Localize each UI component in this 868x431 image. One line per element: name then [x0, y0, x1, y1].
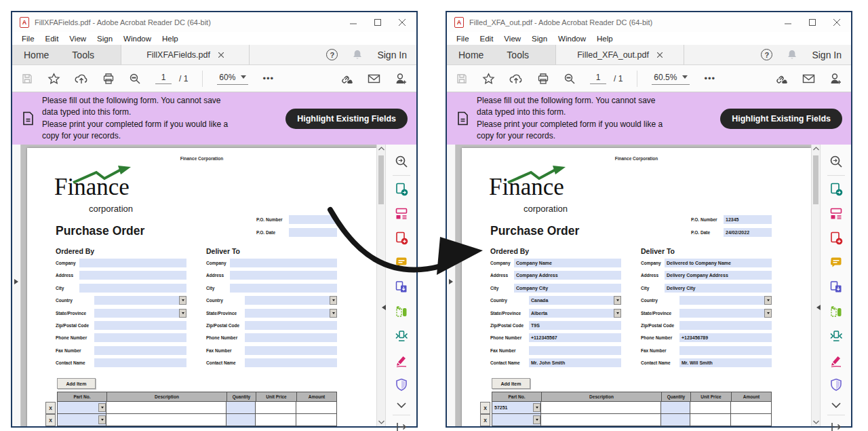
- maximize-icon[interactable]: [374, 19, 381, 26]
- find-icon[interactable]: [129, 73, 141, 85]
- delete-row-button[interactable]: X: [480, 414, 490, 426]
- dropdown-arrow-icon[interactable]: [179, 296, 186, 305]
- create-pdf-icon[interactable]: [393, 231, 410, 246]
- combine-files-icon[interactable]: [828, 280, 844, 295]
- ordered-address-field[interactable]: [79, 271, 186, 280]
- menu-file[interactable]: File: [451, 35, 475, 43]
- email-icon[interactable]: [368, 73, 380, 84]
- export-pdf-icon[interactable]: [393, 182, 410, 197]
- search-tools-icon[interactable]: [393, 154, 410, 169]
- delete-row-button[interactable]: X: [45, 414, 56, 426]
- deliver-company-field[interactable]: Delivered to Company Name: [665, 259, 772, 267]
- account-icon[interactable]: [395, 73, 408, 85]
- ordered-contact-field[interactable]: [94, 358, 186, 367]
- tab-tools[interactable]: Tools: [60, 45, 106, 64]
- ordered-zip-field[interactable]: T9S: [529, 321, 621, 330]
- ordered-contact-field[interactable]: Mr. John Smith: [529, 358, 621, 367]
- ordered-phone-field[interactable]: +112345567: [529, 333, 621, 342]
- account-icon[interactable]: [829, 73, 842, 85]
- tools-pane-toggle-icon[interactable]: [382, 305, 386, 310]
- export-pdf-icon[interactable]: [828, 182, 844, 197]
- menu-window[interactable]: Window: [553, 35, 591, 43]
- menu-view[interactable]: View: [64, 35, 92, 43]
- quantity-cell[interactable]: [661, 402, 690, 414]
- document-tab[interactable]: Filled_XFA_out.pdf: [555, 45, 684, 64]
- organize-pages-icon[interactable]: [828, 206, 844, 221]
- amount-cell[interactable]: [731, 402, 772, 414]
- deliver-fax-field[interactable]: [245, 346, 337, 355]
- tab-home[interactable]: Home: [447, 45, 495, 64]
- dropdown-arrow-icon[interactable]: [764, 296, 772, 305]
- fill-sign-icon[interactable]: [393, 353, 410, 368]
- part-no-select[interactable]: [57, 414, 106, 426]
- tab-close-icon[interactable]: [218, 52, 224, 58]
- menu-window[interactable]: Window: [118, 35, 157, 43]
- menu-sign[interactable]: Sign: [92, 35, 118, 43]
- maximize-icon[interactable]: [809, 19, 816, 26]
- more-tools-chevron-icon[interactable]: [828, 402, 844, 409]
- more-tools-chevron-icon[interactable]: [393, 402, 410, 409]
- edit-pdf-icon[interactable]: [393, 304, 410, 319]
- email-icon[interactable]: [802, 73, 815, 84]
- dropdown-arrow-icon[interactable]: [98, 403, 106, 412]
- scrollbar-thumb[interactable]: [813, 155, 818, 204]
- notifications-bell-icon[interactable]: [787, 49, 797, 60]
- menu-file[interactable]: File: [16, 35, 40, 43]
- amount-cell[interactable]: [296, 414, 337, 426]
- share-link-icon[interactable]: [774, 73, 788, 85]
- delete-row-button[interactable]: X: [480, 402, 490, 414]
- sign-in-button[interactable]: Sign In: [812, 50, 842, 60]
- menu-edit[interactable]: Edit: [40, 35, 64, 43]
- vertical-scrollbar[interactable]: [811, 145, 820, 426]
- vertical-scrollbar[interactable]: [376, 145, 385, 426]
- share-link-icon[interactable]: [340, 73, 353, 85]
- close-icon[interactable]: [833, 19, 840, 26]
- create-pdf-icon[interactable]: [828, 231, 844, 246]
- notifications-bell-icon[interactable]: [352, 49, 363, 60]
- fill-sign-icon[interactable]: [828, 353, 844, 368]
- page-number-input[interactable]: 1: [155, 73, 172, 84]
- comment-icon[interactable]: [393, 255, 410, 270]
- menu-help[interactable]: Help: [591, 35, 618, 43]
- quantity-cell[interactable]: [661, 414, 690, 426]
- compress-pdf-icon[interactable]: [828, 329, 844, 343]
- description-cell[interactable]: [106, 414, 226, 426]
- ordered-state-select[interactable]: Alberta: [529, 309, 621, 318]
- zoom-control[interactable]: 60%: [217, 73, 248, 85]
- deliver-address-field[interactable]: Delivery Company Address: [665, 271, 772, 280]
- comment-icon[interactable]: [828, 255, 844, 270]
- menu-sign[interactable]: Sign: [526, 35, 553, 43]
- ordered-company-field[interactable]: [79, 259, 186, 267]
- open-tools-pane-icon[interactable]: [828, 421, 844, 431]
- description-cell[interactable]: [541, 402, 661, 414]
- dropdown-arrow-icon[interactable]: [179, 309, 186, 318]
- part-no-select[interactable]: [57, 402, 106, 414]
- unit-price-cell[interactable]: [690, 414, 731, 426]
- ordered-city-field[interactable]: [79, 284, 186, 293]
- amount-cell[interactable]: [296, 402, 337, 414]
- scroll-down-icon[interactable]: [377, 420, 385, 424]
- delete-row-button[interactable]: X: [45, 402, 56, 414]
- ordered-city-field[interactable]: Company City: [514, 284, 621, 293]
- amount-cell[interactable]: [731, 414, 772, 426]
- dropdown-arrow-icon[interactable]: [614, 309, 621, 318]
- deliver-phone-field[interactable]: +123456789: [679, 333, 772, 342]
- quantity-cell[interactable]: [226, 414, 256, 426]
- ordered-address-field[interactable]: Company Address: [514, 271, 621, 280]
- tab-home[interactable]: Home: [12, 45, 60, 64]
- scroll-up-icon[interactable]: [812, 147, 820, 151]
- print-icon[interactable]: [102, 73, 115, 85]
- ordered-phone-field[interactable]: [94, 333, 186, 342]
- minimize-icon[interactable]: [785, 19, 791, 26]
- save-icon[interactable]: [21, 73, 33, 85]
- zoom-control[interactable]: 60.5%: [652, 73, 690, 85]
- menu-help[interactable]: Help: [157, 35, 184, 43]
- tab-close-icon[interactable]: [657, 52, 663, 58]
- po-number-field[interactable]: 12345: [724, 215, 772, 224]
- highlight-existing-fields-button[interactable]: Highlight Existing Fields: [720, 109, 842, 129]
- help-icon[interactable]: ?: [326, 49, 338, 60]
- quantity-cell[interactable]: [226, 402, 256, 414]
- scrollbar-thumb[interactable]: [378, 155, 384, 204]
- po-date-field[interactable]: 24/02/2022: [724, 228, 772, 237]
- deliver-zip-field[interactable]: [679, 321, 772, 330]
